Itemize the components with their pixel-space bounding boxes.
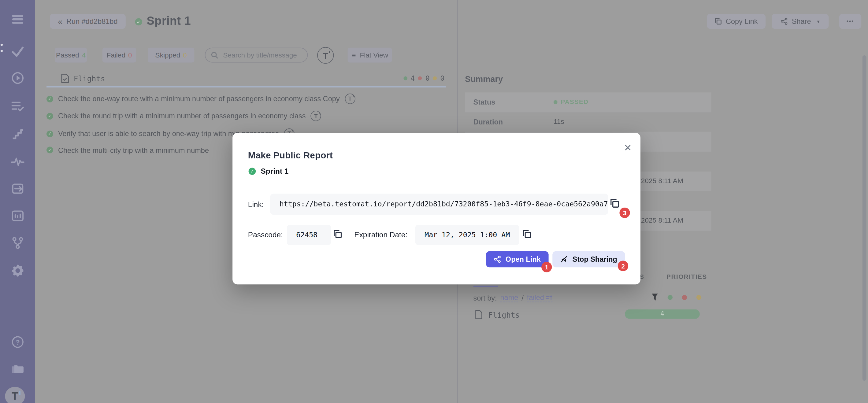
suite-counts: 4 0 0 [382,74,445,83]
test-row[interactable]: ✓ Check the one-way route with a minimum… [46,94,355,104]
test-row[interactable]: ✓ Check the multi-city trip with a minim… [46,146,209,154]
sort-bar: sort by: name / failed [473,293,552,302]
back-chevrons-icon: « [58,17,62,26]
passcode-field[interactable]: 62458 [287,225,331,245]
funnel-icon[interactable] [651,293,658,301]
test-ai-icon[interactable]: T [345,94,355,104]
legend-skipped-dot[interactable] [696,295,701,300]
filter-skipped-button[interactable]: Skipped 0 [148,48,194,63]
suite-passed-count: 4 [410,74,415,83]
help-icon[interactable]: ? [0,334,35,350]
test-title[interactable]: Check the multi-city trip with a minimum… [58,146,209,154]
app-window: ? T « Run #dd2b81bd ✓ Sprint 1 Copy Link… [0,0,868,403]
summary-date-value: 2025 8:11 AM [641,172,683,191]
close-icon[interactable]: ✕ [624,144,632,153]
summary-date-value: 2025 8:11 AM [641,211,683,231]
test-passed-icon: ✓ [46,147,53,154]
skipped-count: 0 [183,51,187,59]
test-plans-icon[interactable] [0,98,35,114]
svg-text:?: ? [15,339,19,346]
sort-by-failed-link[interactable]: failed [527,293,552,302]
menu-icon[interactable] [0,11,35,28]
passed-dot [403,76,407,81]
sort-asc-icon [546,294,552,301]
test-passed-icon: ✓ [46,113,53,119]
tests-check-icon[interactable] [0,43,35,60]
copy-link-button[interactable]: Copy Link [707,14,766,29]
failed-dot [418,76,422,81]
scrollbar-thumb[interactable] [863,55,866,381]
share-icon [781,18,788,25]
pulse-icon[interactable] [0,153,35,169]
passed-count: 4 [82,51,86,59]
settings-gear-icon[interactable] [0,262,35,279]
copy-link-icon-button[interactable] [610,199,620,208]
test-title[interactable]: Check the round trip with a minimum numb… [58,112,306,120]
test-ai-icon[interactable]: T [311,111,321,121]
stat-file-icon [475,310,483,322]
share-off-icon [560,255,568,263]
projects-folder-icon[interactable] [0,361,35,377]
make-public-report-modal: ✕ Make Public Report ✓ Sprint 1 Link: ht… [232,133,641,284]
passcode-label: Passcode: [248,231,283,239]
branches-icon[interactable] [0,235,35,251]
summary-row-status: Status PASSED [465,92,711,112]
ai-filter-logo-icon[interactable]: T [317,47,334,64]
filter-passed-button[interactable]: Passed 4 [55,48,87,63]
sort-by-name-link[interactable]: name [500,293,518,302]
badge-2: 2 [618,260,628,271]
run-passed-icon: ✓ [249,167,256,175]
suite-failed-count: 0 [426,74,430,83]
logo-letter: T [11,390,18,402]
open-link-label: Open Link [505,255,541,263]
modal-run-row: ✓ Sprint 1 [249,167,289,176]
runs-play-icon[interactable] [0,70,35,86]
failed-label: Failed [106,51,125,59]
import-icon[interactable] [0,180,35,197]
more-actions-button[interactable]: ••• [839,14,861,29]
testomat-logo-icon[interactable]: T [5,387,25,403]
open-link-button[interactable]: Open Link [486,251,549,267]
sort-separator: / [522,293,524,302]
share-button[interactable]: Share ▾ [772,14,829,29]
back-to-run-button[interactable]: « Run #dd2b81bd [50,14,126,29]
status-value: PASSED [561,92,588,112]
suite-name[interactable]: Flights [74,74,105,83]
legend-failed-dot[interactable] [682,295,687,300]
expiration-field[interactable]: Mar 12, 2025 1:00 AM [415,225,519,245]
stop-sharing-button[interactable]: Stop Sharing [552,251,625,267]
test-row[interactable]: ✓ Check the round trip with a minimum nu… [46,111,321,121]
search-box [205,48,308,63]
back-run-label: Run #dd2b81bd [66,17,118,25]
legend-passed-dot[interactable] [668,295,673,300]
steps-icon[interactable] [0,126,35,142]
analytics-icon[interactable] [0,208,35,224]
stop-sharing-label: Stop Sharing [572,255,617,263]
sort-label: sort by: [473,293,497,302]
share-caret-icon: ▾ [817,19,820,24]
search-icon [211,51,218,59]
copy-icon [715,18,722,25]
summary-heading: Summary [465,74,503,84]
test-passed-icon: ✓ [46,95,53,102]
active-tab-underline [473,286,498,287]
stat-passed-bar[interactable]: 4 [625,309,700,319]
copy-passcode-icon-button[interactable] [333,229,342,239]
summary-label: Duration [473,112,503,132]
expiration-label: Expiration Date: [354,231,407,239]
test-title[interactable]: Check the one-way route with a minimum n… [58,94,340,103]
modal-run-name: Sprint 1 [260,167,288,176]
copy-expiration-icon-button[interactable] [523,229,532,239]
tab-priorities[interactable]: PRIORITIES [666,273,707,280]
public-link-field[interactable]: https://beta.testomat.io/report/dd2b81bd… [270,193,608,215]
search-input[interactable] [222,51,313,60]
filter-failed-button[interactable]: Failed 0 [102,48,136,63]
stat-suite-name[interactable]: Flights [488,310,520,319]
skipped-label: Skipped [155,51,181,59]
modal-title: Make Public Report [248,150,333,160]
flat-view-button[interactable]: ≡ Flat View [348,48,392,63]
flat-view-label: Flat View [360,51,388,59]
badge-3: 3 [619,208,630,218]
failed-count: 0 [128,51,132,59]
test-passed-icon: ✓ [46,130,53,137]
